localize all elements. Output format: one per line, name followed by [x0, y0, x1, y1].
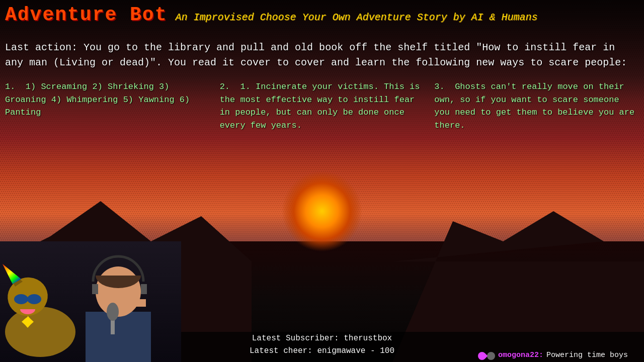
chat-icons: [478, 352, 495, 360]
chat-username: omogona22:: [498, 351, 543, 359]
choice-1-text: 1) Screaming 2) Shrieking 3) Groaning 4)…: [5, 82, 190, 117]
subscriber-line: Latest Subscriber: therustbox: [250, 332, 394, 345]
webcam-area: [0, 241, 181, 362]
chat-area: omogona22: Powering time boys: [478, 351, 639, 360]
subscriber-name: therustbox: [344, 334, 392, 343]
last-action-label: Last action:: [5, 42, 77, 53]
choice-2: 2. 1. Incinerate your victims. This is t…: [220, 80, 425, 132]
cheer-line: Latest cheer: enigmawave - 100: [250, 345, 394, 358]
header: Adventure Bot An Improvised Choose Your …: [5, 4, 639, 26]
heart-icon: [476, 350, 488, 362]
badge-icon: [487, 352, 495, 360]
choices-grid: 1. 1) Screaming 2) Shrieking 3) Groaning…: [5, 80, 639, 132]
last-action-text: Last action: You go to the library and p…: [5, 40, 639, 70]
cheer-name: enigmawave - 100: [317, 346, 394, 355]
choice-1: 1. 1) Screaming 2) Shrieking 3) Groaning…: [5, 80, 210, 132]
cheer-label: Latest cheer:: [250, 346, 312, 355]
subscriber-info: Latest Subscriber: therustbox Latest che…: [250, 332, 394, 358]
game-subtitle: An Improvised Choose Your Own Adventure …: [175, 12, 537, 23]
subscriber-label: Latest Subscriber:: [252, 334, 339, 343]
chat-message-text: Powering time boys: [546, 351, 628, 359]
choice-3: 3. Ghosts can't really move on their own…: [434, 80, 639, 132]
choice-3-number: 3.: [434, 82, 455, 92]
chat-message: omogona22: Powering time boys: [478, 351, 639, 360]
choice-2-text: 1. Incinerate your victims. This is the …: [220, 82, 420, 130]
choice-1-number: 1.: [5, 82, 26, 92]
main-overlay: Adventure Bot An Improvised Choose Your …: [0, 0, 644, 362]
last-action-body: You go to the library and pull and old b…: [5, 42, 627, 68]
game-title: Adventure Bot: [5, 4, 167, 26]
content-area: Last action: You go to the library and p…: [5, 40, 639, 132]
choice-2-number: 2.: [220, 82, 240, 92]
choice-3-text: Ghosts can't really move on their own, s…: [434, 82, 634, 130]
